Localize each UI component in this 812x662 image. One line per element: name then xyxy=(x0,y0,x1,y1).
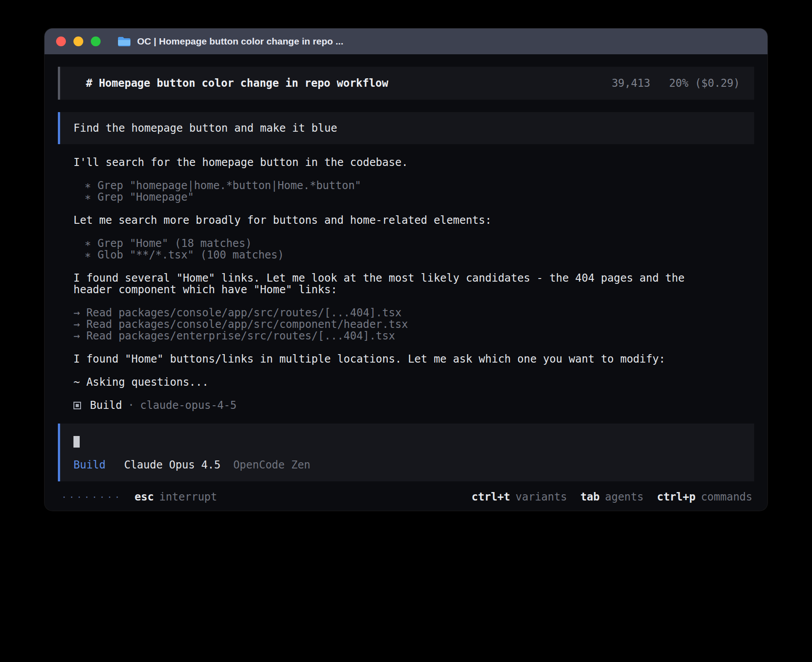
esc-key-hint: esc xyxy=(134,491,154,503)
agent-icon xyxy=(73,402,81,409)
window-title: OC | Homepage button color change in rep… xyxy=(137,36,343,47)
assistant-paragraph: I found "Home" buttons/links in multiple… xyxy=(73,353,754,365)
status-right: ctrl+t variants tab agents ctrl+p comman… xyxy=(471,491,752,503)
agent-mode-indicator[interactable]: Build xyxy=(73,459,106,471)
assistant-text: I'll search for the homepage button in t… xyxy=(73,157,697,168)
context-cost: 20% ($0.29) xyxy=(669,77,740,89)
spinner-dots: ········ xyxy=(61,491,122,503)
shortcut-key: tab xyxy=(581,491,600,503)
session-stats: 39,413 20% ($0.29) xyxy=(612,77,740,89)
assistant-paragraph: I found several "Home" links. Let me loo… xyxy=(73,272,754,295)
tool-call-grep: ∗ Grep "Home" (18 matches) xyxy=(73,238,754,249)
shortcut-label: commands xyxy=(701,491,752,503)
tool-call-read: → Read packages/console/app/src/componen… xyxy=(73,319,754,330)
model-name: Claude Opus 4.5 xyxy=(124,459,221,471)
tool-call-glob: ∗ Glob "**/*.tsx" (100 matches) xyxy=(73,249,754,261)
text-cursor xyxy=(73,436,80,448)
input-footer: Build Claude Opus 4.5 OpenCode Zen xyxy=(73,459,741,471)
minimize-button[interactable] xyxy=(73,36,83,46)
assistant-text: I found "Home" buttons/links in multiple… xyxy=(73,353,697,365)
terminal-content: # Homepage button color change in repo w… xyxy=(45,54,767,503)
shortcut-label: variants xyxy=(516,491,567,503)
tool-call-read: → Read packages/enterprise/src/routes/[.… xyxy=(73,330,754,342)
folder-icon xyxy=(118,36,131,47)
tool-call-group: ∗ Grep "homepage|home.*button|Home.*butt… xyxy=(73,180,754,203)
assistant-status: ~ Asking questions... xyxy=(73,376,754,388)
prompt-input[interactable]: Build Claude Opus 4.5 OpenCode Zen xyxy=(58,424,754,481)
tool-call-group: → Read packages/console/app/src/routes/[… xyxy=(73,307,754,342)
window-controls xyxy=(56,36,101,46)
shortcut-key: ctrl+p xyxy=(657,491,696,503)
assistant-text: I found several "Home" links. Let me loo… xyxy=(73,272,697,295)
token-count: 39,413 xyxy=(612,77,650,89)
tool-call-grep: ∗ Grep "Homepage" xyxy=(73,191,754,203)
terminal-window: OC | Homepage button color change in rep… xyxy=(45,28,767,511)
tool-call-read: → Read packages/console/app/src/routes/[… xyxy=(73,307,754,319)
shortcut-label: agents xyxy=(605,491,644,503)
shortcut-commands: ctrl+p commands xyxy=(657,491,752,503)
session-header: # Homepage button color change in repo w… xyxy=(58,67,754,100)
esc-key-label: interrupt xyxy=(159,491,217,503)
tool-call-grep: ∗ Grep "homepage|home.*button|Home.*butt… xyxy=(73,180,754,191)
assistant-paragraph: Let me search more broadly for buttons a… xyxy=(73,214,754,226)
agent-separator: · xyxy=(128,400,134,411)
assistant-response: I'll search for the homepage button in t… xyxy=(58,144,754,411)
status-bar: ········ esc interrupt ctrl+t variants t… xyxy=(58,491,754,503)
assistant-paragraph: I'll search for the homepage button in t… xyxy=(73,157,754,168)
user-message: Find the homepage button and make it blu… xyxy=(58,112,754,144)
status-left: ········ esc interrupt xyxy=(61,491,217,503)
asking-questions-status: ~ Asking questions... xyxy=(73,376,697,388)
agent-model: claude-opus-4-5 xyxy=(140,400,237,411)
shortcut-variants: ctrl+t variants xyxy=(471,491,567,503)
session-title: # Homepage button color change in repo w… xyxy=(86,77,388,89)
titlebar[interactable]: OC | Homepage button color change in rep… xyxy=(45,28,767,54)
agent-name: Build xyxy=(90,400,122,411)
provider-name: OpenCode Zen xyxy=(233,459,310,471)
shortcut-key: ctrl+t xyxy=(471,491,510,503)
close-button[interactable] xyxy=(56,36,66,46)
tool-call-group: ∗ Grep "Home" (18 matches) ∗ Glob "**/*.… xyxy=(73,238,754,261)
maximize-button[interactable] xyxy=(91,36,101,46)
shortcut-agents: tab agents xyxy=(581,491,644,503)
user-message-text: Find the homepage button and make it blu… xyxy=(73,122,337,134)
agent-status-row: Build · claude-opus-4-5 xyxy=(73,400,754,411)
assistant-text: Let me search more broadly for buttons a… xyxy=(73,214,697,226)
